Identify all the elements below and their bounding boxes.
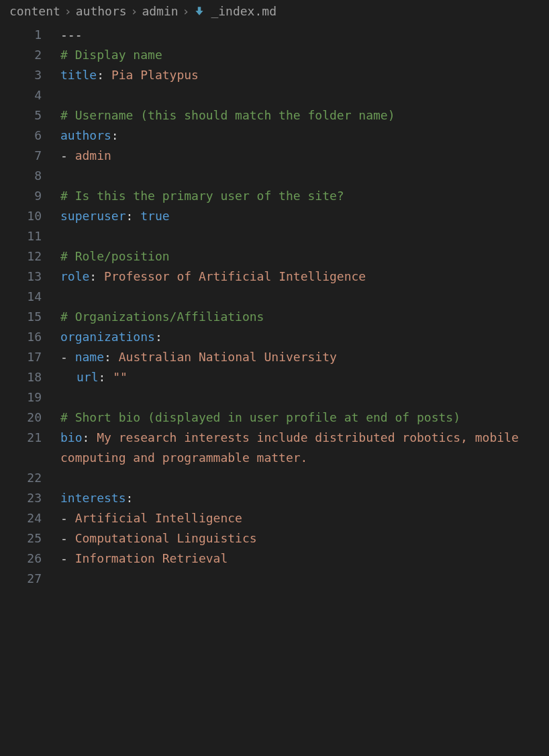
line-number: 18 — [0, 367, 42, 387]
line-number: 22 — [0, 468, 42, 488]
code-line[interactable]: title: Pia Platypus — [60, 65, 542, 85]
line-number: 27 — [0, 569, 42, 589]
code-editor[interactable]: 1234567891011121314151617181920212223242… — [0, 22, 549, 589]
code-line[interactable]: authors: — [60, 126, 542, 146]
line-number: 11 — [0, 226, 42, 246]
code-line[interactable]: # Username (this should match the folder… — [60, 105, 542, 126]
breadcrumb-item[interactable]: authors — [76, 4, 127, 18]
code-line[interactable]: # Role/position — [60, 246, 542, 267]
code-line[interactable]: organizations: — [60, 327, 542, 347]
line-number: 13 — [0, 267, 42, 287]
chevron-right-icon: › — [131, 4, 138, 18]
code-line[interactable]: - Computational Linguistics — [60, 528, 542, 549]
line-number: 4 — [0, 85, 42, 105]
code-line[interactable]: superuser: true — [60, 206, 542, 226]
code-line[interactable]: # Is this the primary user of the site? — [60, 186, 542, 206]
markdown-file-icon — [193, 5, 205, 17]
code-line[interactable]: # Display name — [60, 45, 542, 65]
line-number: 17 — [0, 347, 42, 367]
code-line[interactable]: role: Professor of Artificial Intelligen… — [60, 267, 542, 287]
line-number: 5 — [0, 105, 42, 126]
line-number-gutter: 1234567891011121314151617181920212223242… — [0, 25, 60, 589]
line-number: 3 — [0, 65, 42, 85]
line-number: 24 — [0, 508, 42, 528]
line-number: 15 — [0, 307, 42, 327]
line-number: 26 — [0, 549, 42, 569]
code-line[interactable] — [60, 166, 542, 186]
breadcrumb-item[interactable]: _index.md — [211, 4, 277, 18]
code-line[interactable] — [60, 569, 542, 589]
line-number: 8 — [0, 166, 42, 186]
code-line[interactable]: # Short bio (displayed in user profile a… — [60, 408, 542, 428]
code-line[interactable] — [60, 85, 542, 105]
chevron-right-icon: › — [183, 4, 190, 18]
line-number: 7 — [0, 146, 42, 166]
breadcrumb-item[interactable]: admin — [142, 4, 178, 18]
code-line[interactable]: - Information Retrieval — [60, 549, 542, 569]
breadcrumb-item[interactable]: content — [9, 4, 60, 18]
line-number: 12 — [0, 246, 42, 267]
code-content[interactable]: ---# Display nametitle: Pia Platypus# Us… — [60, 25, 549, 589]
code-line[interactable]: # Organizations/Affiliations — [60, 307, 542, 327]
code-line[interactable]: url: "" — [60, 367, 542, 387]
line-number: 1 — [0, 25, 42, 45]
line-number: 10 — [0, 206, 42, 226]
code-line[interactable]: interests: — [60, 488, 542, 508]
code-line[interactable]: bio: My research interests include distr… — [60, 428, 542, 468]
line-number: 21 — [0, 428, 42, 468]
line-number: 19 — [0, 387, 42, 408]
code-line[interactable]: - Artificial Intelligence — [60, 508, 542, 528]
line-number: 14 — [0, 287, 42, 307]
code-line[interactable] — [60, 387, 542, 408]
code-line[interactable]: --- — [60, 25, 542, 45]
line-number: 16 — [0, 327, 42, 347]
line-number: 2 — [0, 45, 42, 65]
code-line[interactable] — [60, 287, 542, 307]
line-number: 23 — [0, 488, 42, 508]
code-line[interactable]: - admin — [60, 146, 542, 166]
line-number: 20 — [0, 408, 42, 428]
line-number: 6 — [0, 126, 42, 146]
code-line[interactable] — [60, 468, 542, 488]
line-number: 9 — [0, 186, 42, 206]
code-line[interactable] — [60, 226, 542, 246]
line-number: 25 — [0, 528, 42, 549]
breadcrumb: content › authors › admin › _index.md — [0, 0, 549, 22]
chevron-right-icon: › — [64, 4, 72, 18]
code-line[interactable]: - name: Australian National University — [60, 347, 542, 367]
